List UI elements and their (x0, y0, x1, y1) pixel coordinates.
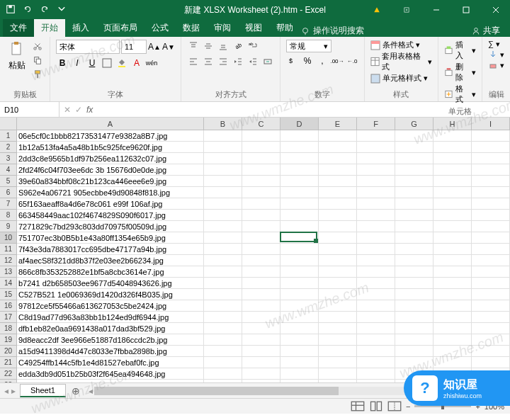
cell[interactable] (434, 346, 472, 356)
cell[interactable] (395, 130, 434, 141)
cell[interactable] (280, 255, 319, 266)
cell[interactable] (204, 368, 242, 379)
row-header[interactable]: 17 (0, 312, 16, 323)
row-header[interactable]: 19 (0, 334, 16, 346)
cell[interactable] (395, 153, 434, 164)
accounting-icon[interactable]: $ (286, 55, 299, 67)
cell[interactable] (357, 312, 395, 322)
ribbon-options-icon[interactable] (392, 0, 421, 20)
cell[interactable]: 9d8eacc2df 3ee966e51887d186ccdc2b.jpg (17, 334, 204, 345)
cell[interactable] (319, 368, 357, 379)
cell[interactable] (204, 380, 242, 382)
cell[interactable] (434, 289, 472, 300)
cell[interactable] (395, 198, 434, 209)
cell[interactable] (357, 334, 395, 345)
copy-icon[interactable] (31, 54, 44, 67)
cell[interactable] (319, 153, 357, 164)
cell[interactable]: 97812ce5f55466a613627053c5be2424.jpg (17, 300, 204, 311)
tab-help[interactable]: 帮助 (269, 19, 300, 37)
cell-styles-button[interactable]: 单元格样式 ▾ (370, 73, 432, 84)
cell[interactable] (472, 176, 510, 186)
increase-font-icon[interactable]: A▲ (148, 40, 161, 53)
cell[interactable] (472, 323, 510, 334)
name-box[interactable]: D10 (0, 102, 60, 117)
cell[interactable] (280, 187, 319, 198)
font-color-icon[interactable]: A (130, 57, 143, 69)
select-all-corner[interactable] (0, 118, 17, 130)
cell[interactable] (357, 278, 395, 288)
cell[interactable] (204, 176, 242, 186)
cell[interactable]: a15d9411398d4d47c8033e7fbba2898b.jpg (17, 346, 204, 356)
cell[interactable]: 06e5cf0c1bbb82173531477e9382a8B7.jpg (17, 130, 204, 141)
cell[interactable] (434, 176, 472, 186)
cell[interactable] (472, 266, 510, 277)
cell[interactable] (357, 187, 395, 198)
column-header[interactable]: B (204, 118, 242, 130)
cell[interactable] (319, 266, 357, 277)
cell[interactable]: 866c8fb353252882e1bf5a8cbc3614e7.jpg (17, 266, 204, 277)
cell[interactable] (204, 312, 242, 322)
underline-icon[interactable]: U (86, 57, 98, 69)
cell[interactable] (280, 289, 319, 300)
cell[interactable] (319, 142, 357, 152)
column-header[interactable]: E (319, 118, 357, 130)
row-header[interactable]: 7 (0, 198, 16, 210)
cell[interactable]: S962e4a06721 905ecbbe49d90848f818.jpg (17, 187, 204, 198)
cell[interactable] (434, 244, 472, 254)
cell[interactable] (472, 130, 510, 141)
cell[interactable] (357, 142, 395, 152)
cell[interactable] (395, 323, 434, 334)
row-header[interactable]: 16 (0, 300, 16, 312)
decrease-font-icon[interactable]: A▼ (162, 40, 175, 53)
row-header[interactable]: 11 (0, 244, 16, 255)
cell[interactable] (357, 368, 395, 379)
cell[interactable] (204, 142, 242, 152)
cell[interactable]: edda3db9d051b25b03f2f645ea494648.jpg (17, 368, 204, 379)
cell[interactable] (434, 187, 472, 198)
share-button[interactable]: 共享 (483, 25, 500, 37)
decrease-indent-icon[interactable] (232, 55, 244, 68)
cell[interactable] (204, 346, 242, 356)
cell[interactable] (319, 357, 357, 368)
undo-icon[interactable] (23, 4, 33, 16)
cell[interactable] (395, 244, 434, 254)
cell[interactable] (472, 244, 510, 254)
cell[interactable] (357, 323, 395, 334)
row-header[interactable]: 2 (0, 142, 16, 153)
cell[interactable] (395, 334, 434, 345)
cell[interactable] (472, 142, 510, 152)
cell[interactable] (280, 357, 319, 368)
cell[interactable] (280, 153, 319, 164)
row-header[interactable]: 22 (0, 368, 16, 380)
merge-icon[interactable] (261, 55, 274, 68)
fill-color-icon[interactable] (115, 57, 128, 69)
redo-icon[interactable] (40, 4, 50, 16)
align-right-icon[interactable] (217, 55, 230, 68)
cell[interactable] (395, 312, 434, 322)
cell[interactable] (242, 312, 280, 322)
cell[interactable] (319, 380, 357, 382)
column-header[interactable]: G (395, 118, 434, 130)
conditional-format-button[interactable]: 条件格式 ▾ (370, 40, 432, 50)
cell[interactable] (242, 266, 280, 277)
tab-insert[interactable]: 插入 (65, 19, 96, 37)
row-header[interactable]: 3 (0, 153, 16, 164)
cell[interactable] (280, 334, 319, 345)
cell[interactable] (395, 300, 434, 311)
cell[interactable] (204, 323, 242, 334)
cell[interactable] (357, 300, 395, 311)
cell[interactable] (395, 255, 434, 266)
cell[interactable] (242, 142, 280, 152)
qat-dropdown-icon[interactable] (57, 4, 67, 16)
cell[interactable] (319, 130, 357, 141)
cell[interactable]: b7241 d2b658503ee9677d54048943626.jpg (17, 278, 204, 288)
align-bottom-icon[interactable] (217, 40, 230, 52)
clear-button[interactable]: ▾ (488, 60, 504, 70)
cell[interactable] (434, 130, 472, 141)
cell[interactable] (204, 164, 242, 175)
row-header[interactable]: 21 (0, 357, 16, 368)
add-sheet-button[interactable]: ⊕ (66, 385, 86, 397)
cell[interactable] (242, 289, 280, 300)
cell[interactable] (434, 266, 472, 277)
cell[interactable] (434, 198, 472, 209)
